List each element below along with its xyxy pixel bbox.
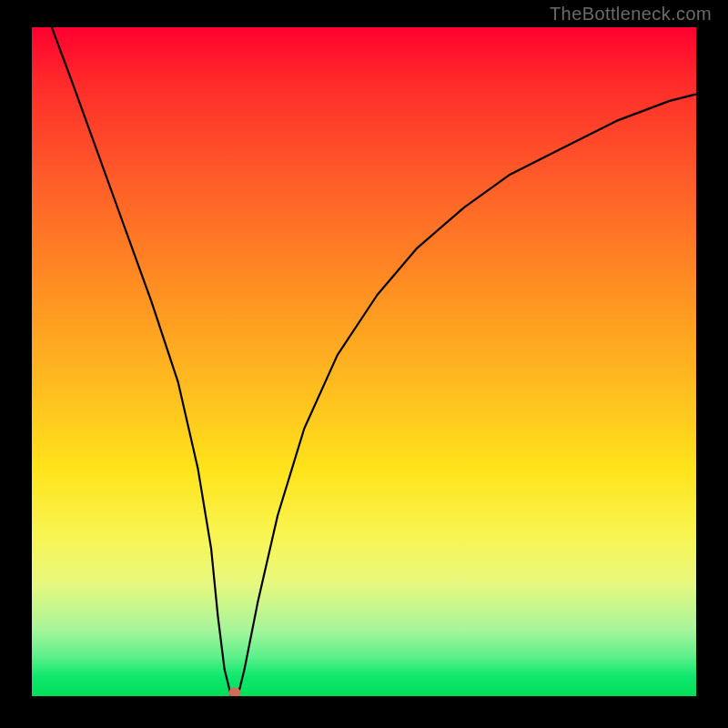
- watermark-text: TheBottleneck.com: [550, 4, 712, 25]
- optimum-marker: [228, 688, 240, 696]
- chart-frame: TheBottleneck.com: [0, 0, 728, 728]
- curve-svg: [32, 27, 696, 696]
- plot-area: [32, 27, 696, 696]
- bottleneck-curve: [52, 27, 696, 696]
